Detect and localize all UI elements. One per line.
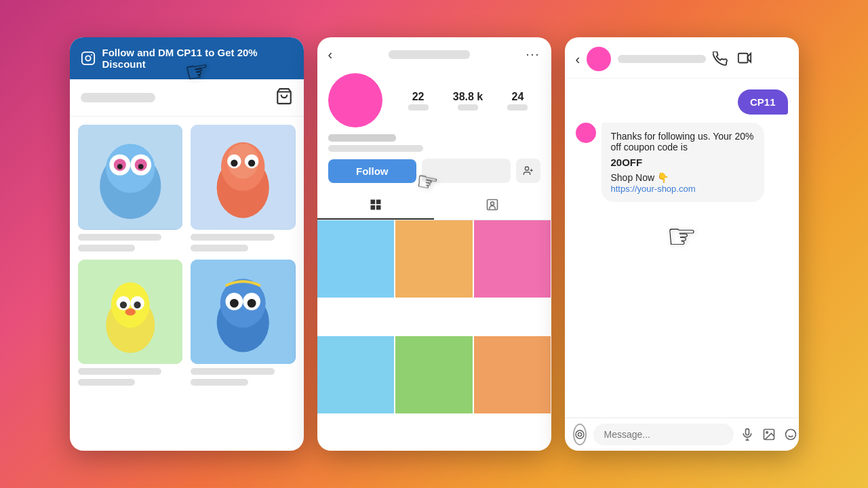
phone1-nav-logo-placeholder	[81, 93, 155, 102]
phone1-nav	[70, 79, 304, 117]
phone1-mockup: Follow and DM CP11 to Get 20% Discount ☞	[70, 37, 304, 451]
product-label2-4	[191, 379, 248, 386]
svg-point-11	[117, 164, 122, 169]
phone2-tabs	[317, 191, 551, 220]
received-message-wrap: Thanks for following us. Your 20% off co…	[576, 123, 788, 202]
add-person-button[interactable]	[516, 159, 540, 183]
back-arrow-icon[interactable]: ‹	[328, 47, 333, 62]
stat-posts-label	[408, 104, 429, 110]
svg-point-28	[125, 308, 135, 315]
svg-point-1	[85, 56, 90, 60]
product-card-3	[78, 260, 183, 386]
phone3-avatar	[587, 47, 611, 71]
received-avatar	[576, 123, 596, 143]
message-input[interactable]	[593, 424, 734, 445]
shop-now-label: Shop Now 👇	[611, 172, 755, 183]
grid-icon	[369, 198, 382, 211]
svg-rect-45	[738, 54, 748, 63]
phone3-input-icons	[741, 428, 797, 441]
svg-point-46	[578, 432, 581, 436]
video-icon[interactable]	[737, 52, 752, 66]
product-toy-2	[191, 125, 296, 230]
svg-point-27	[134, 301, 140, 308]
sent-message-wrap: CP11	[576, 89, 788, 115]
sent-message-bubble: CP11	[738, 89, 788, 115]
product-card-2	[191, 125, 296, 251]
camera-icon	[574, 429, 585, 440]
phone3-back-arrow[interactable]: ‹	[576, 52, 580, 67]
profile-name-area	[328, 134, 540, 152]
svg-rect-40	[376, 200, 381, 205]
stat-following-label	[507, 104, 528, 110]
product-label2-3	[78, 379, 136, 386]
phone2-profile: 22 38.8 k 24 Follow	[317, 68, 551, 191]
phone3-topbar: ‹	[565, 37, 799, 79]
phone1-header: Follow and DM CP11 to Get 20% Discount	[70, 37, 304, 79]
instagram-icon	[81, 51, 96, 66]
stat-followers-number: 38.8 k	[453, 91, 483, 103]
image-icon[interactable]	[762, 428, 776, 441]
shop-link[interactable]: https://your-shop.com	[611, 184, 696, 194]
phone2-photo-grid	[317, 220, 551, 451]
phone2-topbar: ‹ ···	[317, 37, 551, 68]
svg-point-2	[91, 54, 92, 56]
follow-button[interactable]: Follow	[328, 159, 417, 183]
received-text1: Thanks for following us. Your 20% off co…	[611, 131, 754, 152]
phone3-input-area	[565, 418, 799, 451]
product-image-3	[78, 260, 183, 365]
stat-followers: 38.8 k	[453, 91, 483, 110]
dots-menu-icon[interactable]: ···	[526, 47, 540, 62]
grid-cell-4	[317, 336, 395, 413]
profile-actions: Follow ☞	[328, 159, 540, 183]
phone3-name-placeholder	[618, 55, 706, 63]
svg-point-53	[785, 430, 795, 440]
grid-cell-2	[395, 220, 473, 298]
svg-rect-41	[370, 205, 375, 210]
product-label1-1	[78, 234, 162, 241]
product-label1-4	[191, 368, 275, 375]
tab-grid[interactable]	[317, 191, 435, 220]
person-tag-icon	[486, 198, 499, 211]
svg-point-12	[138, 164, 143, 169]
camera-button[interactable]	[573, 424, 587, 445]
stat-posts: 22	[408, 91, 429, 110]
cart-icon[interactable]	[275, 87, 293, 105]
product-image-2	[191, 125, 296, 230]
phone2-mockup: ‹ ··· 22 38.8 k 24	[317, 37, 551, 451]
tab-tagged[interactable]	[434, 191, 551, 220]
stat-posts-number: 22	[412, 91, 425, 103]
profile-name-placeholder	[328, 134, 396, 142]
phone2-username-placeholder	[389, 50, 470, 59]
grid-cell-1	[317, 220, 395, 298]
coupon-code-text: 20OFF	[611, 157, 755, 168]
product-card-1	[78, 125, 183, 251]
svg-rect-0	[81, 52, 94, 64]
message-button-placeholder[interactable]	[422, 159, 511, 183]
phone1-product-grid	[70, 117, 304, 451]
product-toy-4	[191, 260, 296, 365]
svg-point-47	[576, 430, 584, 439]
phone1-header-text: Follow and DM CP11 to Get 20% Discount	[102, 47, 293, 70]
svg-point-52	[766, 432, 768, 434]
product-image-1	[78, 125, 183, 230]
svg-point-26	[119, 301, 126, 308]
stat-followers-label	[458, 104, 478, 110]
product-card-4	[191, 260, 296, 386]
phone3-header-icons	[713, 52, 752, 66]
svg-point-34	[230, 298, 239, 307]
phone-icon[interactable]	[713, 52, 728, 66]
profile-bio-placeholder	[328, 145, 423, 152]
product-label1-3	[78, 368, 162, 375]
phone3-mockup: ‹ CP11 Thanks for following us. Your 20%…	[565, 37, 799, 451]
add-person-icon	[523, 165, 534, 176]
received-message-bubble: Thanks for following us. Your 20% off co…	[601, 123, 764, 202]
microphone-icon[interactable]	[741, 428, 754, 441]
grid-cell-3	[474, 220, 551, 298]
svg-point-36	[525, 167, 528, 170]
svg-rect-39	[370, 200, 375, 205]
product-label2-1	[78, 245, 136, 251]
sticker-icon[interactable]	[784, 428, 797, 441]
product-toy-1	[78, 125, 183, 230]
product-label2-2	[191, 245, 248, 251]
profile-stats: 22 38.8 k 24	[396, 91, 540, 110]
